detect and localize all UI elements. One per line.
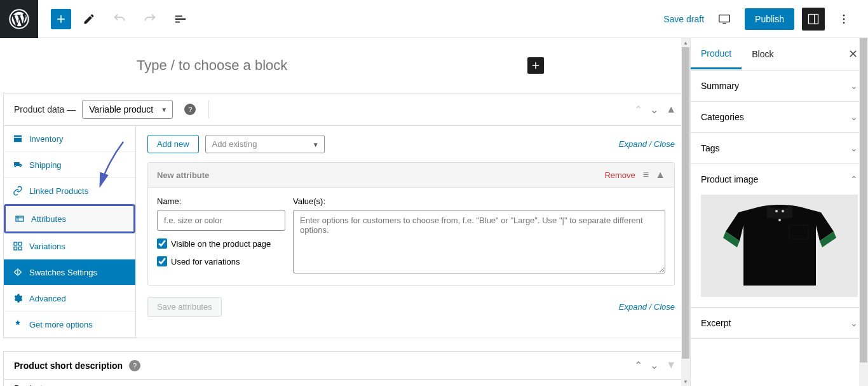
tab-shipping[interactable]: Shipping bbox=[4, 152, 135, 178]
tab-get-more-options[interactable]: Get more options bbox=[4, 312, 135, 338]
svg-point-4 bbox=[843, 18, 845, 20]
collapse-up-icon[interactable]: ⌃ bbox=[634, 359, 642, 371]
collapse-up-icon[interactable]: ⌃ bbox=[634, 104, 642, 116]
tab-label: Swatches Settings bbox=[29, 268, 97, 277]
chevron-down-icon: ⌄ bbox=[850, 81, 858, 91]
tab-inventory[interactable]: Inventory bbox=[4, 126, 135, 152]
panel-categories: Categories ⌄ bbox=[691, 102, 868, 133]
product-image-thumbnail[interactable] bbox=[701, 195, 858, 297]
panel-title: Excerpt bbox=[701, 318, 731, 328]
save-attributes-button[interactable]: Save attributes bbox=[147, 297, 222, 317]
tab-variations[interactable]: Variations bbox=[4, 233, 135, 259]
chevron-down-icon: ▼ bbox=[161, 106, 167, 113]
editor-scrollbar-thumb[interactable] bbox=[682, 47, 689, 359]
sidebar-tab-block[interactable]: Block bbox=[742, 40, 783, 68]
used-for-variations-checkbox[interactable] bbox=[157, 256, 167, 266]
product-type-select[interactable]: Variable product ▼ bbox=[82, 100, 173, 119]
attribute-name-input[interactable] bbox=[157, 210, 285, 231]
help-icon[interactable]: ? bbox=[184, 104, 196, 115]
svg-point-12 bbox=[775, 210, 778, 212]
chevron-down-icon: ⌄ bbox=[850, 112, 858, 122]
attribute-values-textarea[interactable] bbox=[293, 210, 665, 273]
wordpress-logo[interactable] bbox=[0, 0, 38, 38]
tab-label: Variations bbox=[29, 242, 65, 251]
tab-swatches-settings[interactable]: Swatches Settings bbox=[4, 259, 135, 286]
svg-rect-10 bbox=[18, 247, 22, 250]
expand-close-link-bottom[interactable]: Expand / Close bbox=[619, 302, 675, 312]
tab-advanced[interactable]: Advanced bbox=[4, 286, 135, 312]
page-scrollbar-track bbox=[859, 38, 868, 386]
values-label: Value(s): bbox=[293, 196, 665, 206]
panel-header-product-image[interactable]: Product image ⌃ bbox=[691, 164, 868, 195]
sidebar-tab-product[interactable]: Product bbox=[691, 39, 742, 69]
add-existing-placeholder: Add existing bbox=[212, 139, 257, 149]
expand-close-link[interactable]: Expand / Close bbox=[619, 139, 675, 149]
chevron-down-icon: ⌄ bbox=[850, 318, 858, 328]
svg-rect-6 bbox=[16, 216, 24, 221]
attribute-header: New attribute Remove ≡ ▲ bbox=[148, 163, 674, 188]
new-attribute-label: New attribute bbox=[157, 170, 209, 180]
scrollbar-down-arrow[interactable]: ▼ bbox=[681, 377, 690, 386]
redo-button[interactable] bbox=[137, 6, 163, 32]
link-icon bbox=[13, 186, 23, 196]
remove-attribute-link[interactable]: Remove bbox=[604, 170, 635, 180]
chevron-down-icon: ▼ bbox=[313, 141, 319, 148]
undo-button[interactable] bbox=[107, 6, 132, 32]
panel-title: Categories bbox=[701, 112, 744, 122]
publish-button[interactable]: Publish bbox=[745, 8, 794, 30]
collapse-toggle-icon[interactable]: ▼ bbox=[666, 359, 676, 371]
svg-point-5 bbox=[843, 22, 845, 24]
product-type-value: Variable product bbox=[89, 104, 153, 114]
settings-toggle-button[interactable] bbox=[802, 8, 825, 31]
short-description-tab-label[interactable]: Product bbox=[14, 383, 43, 386]
panel-header-summary[interactable]: Summary ⌄ bbox=[691, 71, 868, 101]
help-icon[interactable]: ? bbox=[129, 360, 140, 371]
attributes-icon bbox=[15, 214, 25, 224]
page-scrollbar-thumb[interactable] bbox=[860, 38, 867, 362]
short-description-title: Product short description bbox=[14, 361, 123, 371]
visible-checkbox[interactable] bbox=[157, 238, 167, 249]
document-outline-button[interactable] bbox=[168, 6, 193, 32]
editor-scrollbar-track: ▲ ▼ bbox=[681, 38, 690, 386]
attribute-box: New attribute Remove ≡ ▲ Name: bbox=[147, 162, 675, 286]
gear-icon bbox=[13, 293, 23, 303]
svg-rect-8 bbox=[18, 242, 22, 245]
add-existing-select[interactable]: Add existing ▼ bbox=[205, 135, 325, 153]
collapse-attribute-icon[interactable]: ▲ bbox=[655, 169, 665, 181]
panel-product-image: Product image ⌃ bbox=[691, 164, 868, 308]
product-data-panel: Product data — Variable product ▼ ? ⌃ ⌄ … bbox=[3, 93, 687, 338]
panel-title: Summary bbox=[701, 81, 739, 91]
panel-header-categories[interactable]: Categories ⌄ bbox=[691, 102, 868, 132]
inventory-icon bbox=[13, 134, 23, 144]
drag-handle-icon[interactable]: ≡ bbox=[643, 169, 649, 181]
more-options-button[interactable] bbox=[832, 8, 855, 31]
collapse-down-icon[interactable]: ⌄ bbox=[650, 104, 658, 116]
settings-sidebar: Product Block ✕ Summary ⌄ Categories ⌄ T… bbox=[690, 38, 868, 386]
scrollbar-up-arrow[interactable]: ▲ bbox=[681, 38, 690, 47]
preview-button[interactable] bbox=[712, 6, 737, 32]
swatches-icon bbox=[13, 267, 23, 277]
block-placeholder[interactable]: Type / to choose a block bbox=[0, 38, 690, 93]
product-data-tabs: Inventory Shipping Linked Products bbox=[4, 126, 136, 338]
add-block-button[interactable] bbox=[51, 9, 71, 29]
tab-attributes[interactable]: Attributes bbox=[6, 206, 133, 231]
svg-point-3 bbox=[843, 14, 845, 16]
tab-label: Attributes bbox=[31, 214, 66, 224]
sidebar-tabs: Product Block ✕ bbox=[691, 38, 868, 71]
name-label: Name: bbox=[157, 196, 285, 206]
panel-header-tags[interactable]: Tags ⌄ bbox=[691, 133, 868, 163]
short-description-body: Product bbox=[4, 380, 686, 386]
panel-header-excerpt[interactable]: Excerpt ⌄ bbox=[691, 308, 868, 338]
shipping-icon bbox=[13, 160, 23, 170]
block-inline-add-button[interactable] bbox=[527, 57, 544, 74]
edit-tool-button[interactable] bbox=[76, 6, 102, 32]
save-draft-button[interactable]: Save draft bbox=[663, 14, 704, 24]
panel-summary: Summary ⌄ bbox=[691, 71, 868, 102]
tab-linked-products[interactable]: Linked Products bbox=[4, 178, 135, 204]
add-new-attribute-button[interactable]: Add new bbox=[147, 135, 199, 153]
svg-rect-1 bbox=[719, 15, 730, 22]
collapse-down-icon[interactable]: ⌄ bbox=[650, 359, 658, 371]
collapse-toggle-icon[interactable]: ▲ bbox=[666, 104, 676, 116]
tab-label: Linked Products bbox=[29, 186, 88, 196]
editor-area: Type / to choose a block Product data — … bbox=[0, 38, 690, 386]
